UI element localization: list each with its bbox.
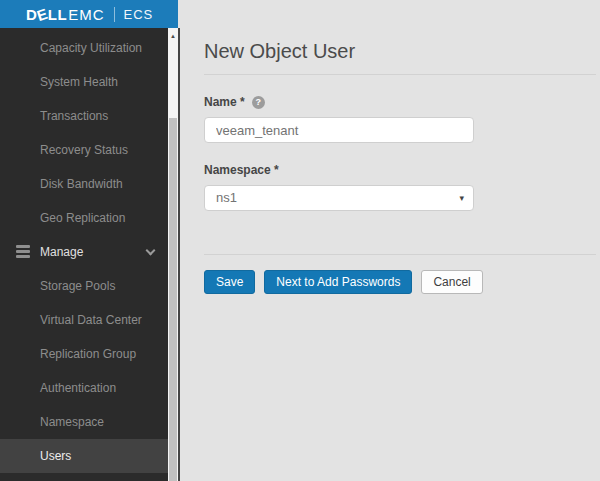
sidebar-item-authentication[interactable]: Authentication — [0, 371, 168, 405]
sidebar-item-system-health[interactable]: System Health — [0, 65, 168, 99]
namespace-label-text: Namespace * — [204, 163, 279, 177]
select-caret-icon: ▾ — [459, 186, 464, 210]
app-window: DELL EMC ECS Capacity Utilization System… — [0, 0, 600, 481]
name-input[interactable] — [204, 117, 474, 143]
sidebar-item-storage-pools[interactable]: Storage Pools — [0, 269, 168, 303]
sidebar-scrollbar[interactable]: ▲ — [168, 28, 178, 481]
help-icon[interactable]: ? — [252, 96, 265, 109]
sidebar-item-manage[interactable]: Manage — [0, 235, 168, 269]
sidebar-item-recovery-status[interactable]: Recovery Status — [0, 133, 168, 167]
sidebar-item-transactions[interactable]: Transactions — [0, 99, 168, 133]
sidebar-item-users[interactable]: Users — [0, 439, 168, 473]
sidebar-item-virtual-data-center[interactable]: Virtual Data Center — [0, 303, 168, 337]
sidebar-item-geo-replication[interactable]: Geo Replication — [0, 201, 168, 235]
button-divider — [204, 254, 596, 255]
namespace-field-label: Namespace * — [204, 163, 596, 177]
brand-divider — [114, 7, 115, 22]
sidebar-item-capacity-utilization[interactable]: Capacity Utilization — [0, 31, 168, 65]
sidebar-item-disk-bandwidth[interactable]: Disk Bandwidth — [0, 167, 168, 201]
name-field-label: Name * ? — [204, 95, 596, 109]
cancel-button[interactable]: Cancel — [421, 270, 482, 294]
save-button[interactable]: Save — [204, 270, 255, 294]
scrollbar-up-icon[interactable]: ▲ — [168, 30, 178, 42]
sidebar-item-label: Manage — [40, 245, 83, 259]
brand-bar: DELL EMC ECS — [0, 0, 178, 28]
sidebar-nav: Capacity Utilization System Health Trans… — [0, 28, 168, 481]
namespace-select[interactable]: ns1 ▾ — [204, 185, 474, 211]
button-row: Save Next to Add Passwords Cancel — [204, 270, 596, 294]
page-title: New Object User — [204, 40, 596, 63]
name-label-text: Name * — [204, 95, 245, 109]
title-divider — [204, 74, 596, 75]
sidebar-item-replication-group[interactable]: Replication Group — [0, 337, 168, 371]
dell-logo: DELL — [26, 6, 67, 23]
product-name: ECS — [124, 7, 154, 22]
server-stack-icon — [16, 245, 30, 259]
main-content: New Object User Name * ? Namespace * ns1… — [180, 28, 600, 481]
next-to-add-passwords-button[interactable]: Next to Add Passwords — [264, 270, 412, 294]
dell-logo-ll: LL — [48, 6, 67, 23]
scrollbar-thumb[interactable] — [169, 118, 177, 481]
chevron-down-icon — [146, 246, 156, 256]
sidebar-item-namespace[interactable]: Namespace — [0, 405, 168, 439]
emc-logo: EMC — [68, 6, 104, 23]
namespace-selected-value: ns1 — [216, 190, 237, 205]
